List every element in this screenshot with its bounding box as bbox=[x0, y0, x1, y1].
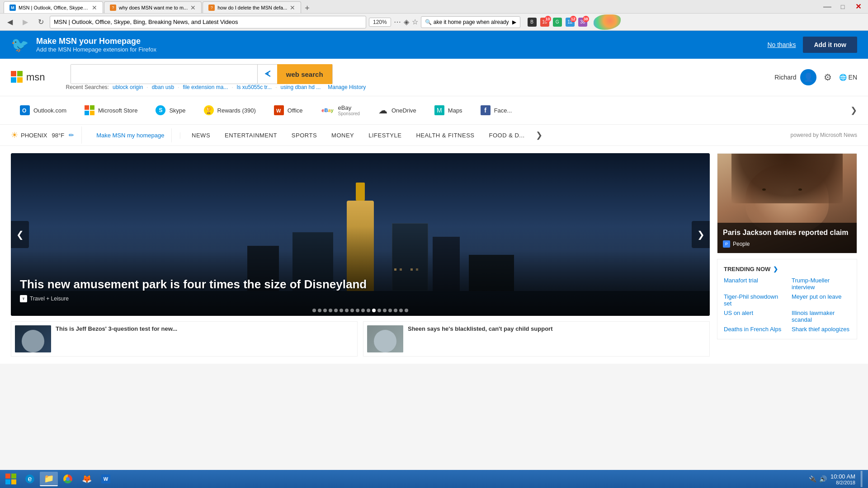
close-button[interactable]: ✕ bbox=[852, 0, 864, 13]
tab-close-3[interactable]: ✕ bbox=[290, 4, 295, 11]
carousel-dot-8[interactable] bbox=[350, 309, 354, 312]
trending-item-1[interactable]: Manafort trial bbox=[724, 277, 783, 291]
shortcut-facebook[interactable]: f Face... bbox=[472, 102, 521, 119]
shortcut-rewards[interactable]: 🏆 Rewards (390) bbox=[195, 102, 265, 119]
ext-icon-1[interactable]: B bbox=[528, 18, 537, 27]
cat-food[interactable]: FOOD & D... bbox=[482, 127, 532, 144]
more-icon[interactable]: ⋯ bbox=[394, 18, 401, 26]
settings-icon[interactable]: ⚙ bbox=[824, 72, 832, 83]
carousel-dot-3[interactable] bbox=[323, 309, 327, 312]
cat-news[interactable]: NEWS bbox=[184, 127, 217, 144]
ext-icon-2[interactable]: 10 10 bbox=[540, 18, 549, 27]
news-card-2[interactable]: Sheen says he's blacklisted, can't pay c… bbox=[363, 321, 710, 357]
category-nav-items: NEWS ENTERTAINMENT SPORTS MONEY LIFESTYL… bbox=[184, 125, 546, 145]
msn-logo[interactable]: msn bbox=[11, 71, 45, 84]
maximize-button[interactable]: □ bbox=[836, 0, 849, 13]
shortcut-office[interactable]: W Office bbox=[265, 102, 312, 119]
bookmark-icon[interactable]: ☆ bbox=[412, 18, 418, 26]
cat-health[interactable]: HEALTH & FITNESS bbox=[409, 127, 481, 144]
carousel-dot-5[interactable] bbox=[334, 309, 338, 312]
search-go-icon[interactable]: ▶ bbox=[512, 19, 516, 25]
carousel-dot-17[interactable] bbox=[399, 309, 403, 312]
web-search-button[interactable]: web search bbox=[277, 64, 332, 84]
browser-search-bar[interactable]: 🔍 ▶ bbox=[421, 16, 520, 28]
weather-edit-icon[interactable]: ✏ bbox=[69, 131, 74, 139]
msn-search-input[interactable] bbox=[71, 65, 257, 84]
browser-tab-2[interactable]: ? why does MSN want me to m... ✕ bbox=[104, 1, 202, 13]
carousel-dot-10[interactable] bbox=[361, 309, 365, 312]
carousel-dot-14[interactable] bbox=[383, 309, 387, 312]
trending-item-6[interactable]: Illinois lawmaker scandal bbox=[792, 310, 850, 323]
carousel-dot-1[interactable] bbox=[312, 309, 316, 312]
ext-icon-5[interactable]: 38 38 bbox=[578, 18, 587, 27]
language-selector[interactable]: 🌐 EN bbox=[839, 74, 857, 81]
carousel-dot-6[interactable] bbox=[340, 309, 343, 312]
carousel-next-button[interactable]: ❯ bbox=[692, 221, 710, 248]
trending-item-8[interactable]: Shark thief apologizes bbox=[792, 326, 850, 333]
trending-item-4[interactable]: Meyer put on leave bbox=[792, 293, 850, 307]
carousel-dot-15[interactable] bbox=[388, 309, 392, 312]
carousel-dot-18[interactable] bbox=[405, 309, 408, 312]
carousel-dot-13[interactable] bbox=[377, 309, 381, 312]
news-card-1[interactable]: This is Jeff Bezos' 3-question test for … bbox=[11, 321, 358, 357]
browser-tab-1[interactable]: M MSN | Outlook, Office, Skype, ... ✕ bbox=[4, 1, 103, 13]
news-card-title-1[interactable]: This is Jeff Bezos' 3-question test for … bbox=[56, 325, 177, 333]
recent-search-1[interactable]: ublock origin bbox=[113, 84, 143, 90]
carousel-dot-9[interactable] bbox=[356, 309, 359, 312]
tab-close-1[interactable]: ✕ bbox=[92, 4, 97, 11]
address-bar[interactable] bbox=[50, 16, 366, 28]
msn-search-bar[interactable]: ᗉ web search bbox=[71, 64, 333, 84]
no-thanks-button[interactable]: No thanks bbox=[767, 41, 796, 48]
recent-search-5[interactable]: using dban hd ... bbox=[281, 84, 321, 90]
manage-history-link[interactable]: Manage History bbox=[328, 84, 366, 90]
zoom-badge: 120% bbox=[369, 18, 391, 27]
shortcut-skype[interactable]: S Skype bbox=[146, 102, 194, 119]
cat-sports[interactable]: SPORTS bbox=[284, 127, 324, 144]
browser-search-input[interactable] bbox=[434, 19, 510, 25]
shortcut-outlook[interactable]: O Outlook.com bbox=[11, 102, 75, 119]
cat-more-button[interactable]: ❯ bbox=[532, 125, 546, 145]
cat-money[interactable]: MONEY bbox=[324, 127, 361, 144]
recent-search-3[interactable]: file extension ma... bbox=[183, 84, 228, 90]
minimize-button[interactable]: — bbox=[821, 0, 834, 13]
cat-lifestyle[interactable]: LIFESTYLE bbox=[361, 127, 409, 144]
carousel-dot-12[interactable] bbox=[372, 309, 376, 312]
user-avatar[interactable]: 👤 bbox=[800, 69, 816, 85]
ext-icon-3[interactable]: G bbox=[553, 18, 562, 27]
shortcut-store[interactable]: Microsoft Store bbox=[75, 102, 146, 119]
browser-tab-3[interactable]: ? how do I delete the MSN defa... ✕ bbox=[203, 1, 301, 13]
add-now-button[interactable]: Add it now bbox=[803, 37, 857, 53]
news-card-title-2[interactable]: Sheen says he's blacklisted, can't pay c… bbox=[408, 325, 552, 333]
user-info[interactable]: Richard 👤 bbox=[774, 69, 816, 85]
cat-entertainment[interactable]: ENTERTAINMENT bbox=[217, 127, 284, 144]
hero-title[interactable]: This new amusement park is four times th… bbox=[20, 277, 674, 291]
carousel-dot-11[interactable] bbox=[367, 309, 370, 312]
trending-item-7[interactable]: Deaths in French Alps bbox=[724, 326, 783, 333]
trending-item-5[interactable]: US on alert bbox=[724, 310, 783, 323]
make-homepage-link[interactable]: Make MSN my homepage bbox=[89, 128, 172, 142]
shortcut-onedrive[interactable]: ☁ OneDrive bbox=[369, 102, 425, 119]
carousel-prev-button[interactable]: ❮ bbox=[11, 221, 29, 248]
refresh-button[interactable]: ↻ bbox=[34, 16, 47, 28]
trending-item-2[interactable]: Trump-Mueller interview bbox=[792, 277, 850, 291]
bing-search-button[interactable]: ᗉ bbox=[257, 64, 277, 84]
shortcut-ebay[interactable]: eBay eBaySponsored bbox=[312, 101, 369, 120]
new-tab-button[interactable]: + bbox=[302, 4, 312, 13]
back-button[interactable]: ◀ bbox=[4, 16, 16, 28]
shortcut-maps[interactable]: M Maps bbox=[425, 102, 472, 119]
carousel-dot-4[interactable] bbox=[329, 309, 332, 312]
carousel-dot-7[interactable] bbox=[345, 309, 349, 312]
recent-search-4[interactable]: ls xu5055c tr... bbox=[237, 84, 272, 90]
shortcuts-more-button[interactable]: ❯ bbox=[850, 105, 857, 115]
pocket-icon[interactable]: ◈ bbox=[404, 18, 409, 26]
ext-icon-4[interactable]: 12 12 bbox=[566, 18, 575, 27]
weather-widget[interactable]: ☀ PHOENIX 98°F ✏ bbox=[11, 127, 82, 144]
side-story-card[interactable]: Paris Jackson denies reported claim P Pe… bbox=[717, 153, 857, 253]
trending-item-3[interactable]: Tiger-Phil showdown set bbox=[724, 293, 783, 307]
carousel-dot-16[interactable] bbox=[394, 309, 397, 312]
carousel-dot-2[interactable] bbox=[318, 309, 321, 312]
forward-button[interactable]: ▶ bbox=[19, 16, 32, 28]
recent-search-2[interactable]: dban usb bbox=[152, 84, 174, 90]
trending-chevron-icon[interactable]: ❯ bbox=[773, 266, 778, 272]
tab-close-2[interactable]: ✕ bbox=[190, 4, 196, 11]
